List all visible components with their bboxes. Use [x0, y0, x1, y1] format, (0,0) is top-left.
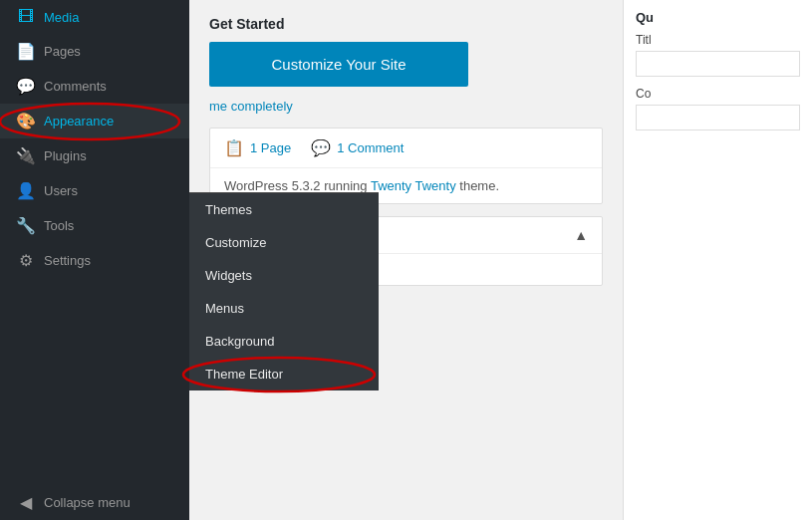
settings-icon: ⚙: [16, 251, 36, 270]
get-started-heading: Get Started: [209, 16, 603, 32]
sidebar-item-comments[interactable]: 💬 Comments: [0, 69, 189, 104]
comments-stat-icon: 💬: [311, 138, 331, 157]
sidebar: 🎞 Media 📄 Pages 💬 Comments 🎨 Appearance …: [0, 0, 189, 520]
comments-stat-text: 1 Comment: [337, 140, 404, 155]
sidebar-item-label: Tools: [44, 218, 74, 233]
comments-stat: 💬 1 Comment: [311, 138, 404, 157]
right-panel: Qu Titl Co: [623, 0, 812, 520]
tools-icon: 🔧: [16, 216, 36, 235]
sidebar-item-label: Comments: [44, 79, 107, 94]
sidebar-item-label: Users: [44, 183, 78, 198]
submenu-item-customize[interactable]: Customize: [189, 226, 379, 259]
right-field1-input[interactable]: [636, 51, 800, 77]
submenu-item-theme-editor[interactable]: Theme Editor: [189, 358, 379, 390]
theme-link-row: me completely: [209, 99, 603, 114]
theme-completely-link[interactable]: me completely: [209, 99, 293, 114]
right-field2-label: Co: [636, 87, 800, 101]
sidebar-item-users[interactable]: 👤 Users: [0, 173, 189, 208]
appearance-icon: 🎨: [16, 112, 36, 130]
sidebar-item-pages[interactable]: 📄 Pages: [0, 34, 189, 69]
sidebar-item-label: Appearance: [44, 114, 114, 129]
stats-row: 📋 1 Page 💬 1 Comment: [210, 129, 602, 167]
sidebar-item-label: Collapse menu: [44, 495, 131, 510]
submenu-item-widgets[interactable]: Widgets: [189, 259, 379, 292]
submenu-item-menus[interactable]: Menus: [189, 292, 379, 325]
sidebar-item-tools[interactable]: 🔧 Tools: [0, 208, 189, 243]
submenu-item-background[interactable]: Background: [189, 325, 379, 358]
sidebar-item-appearance[interactable]: 🎨 Appearance: [0, 104, 189, 138]
appearance-submenu: Themes Customize Widgets Menus Backgroun…: [189, 192, 379, 390]
submenu-item-themes[interactable]: Themes: [189, 193, 379, 226]
pages-icon: 📄: [16, 42, 36, 61]
sidebar-item-label: Media: [44, 10, 79, 25]
activity-collapse-button[interactable]: ▲: [574, 227, 588, 243]
customize-your-site-button[interactable]: Customize Your Site: [209, 42, 468, 87]
sidebar-item-label: Settings: [44, 253, 91, 268]
sidebar-item-media[interactable]: 🎞 Media: [0, 0, 189, 34]
sidebar-item-plugins[interactable]: 🔌 Plugins: [0, 138, 189, 173]
right-field1-label: Titl: [636, 33, 800, 47]
users-icon: 👤: [16, 181, 36, 200]
right-panel-title: Qu: [636, 10, 800, 25]
twenty-twenty-link[interactable]: Twenty Twenty: [371, 178, 456, 193]
media-icon: 🎞: [16, 8, 36, 26]
sidebar-item-collapse[interactable]: ◀ Collapse menu: [0, 485, 189, 520]
comments-icon: 💬: [16, 77, 36, 96]
pages-stat: 📋 1 Page: [224, 138, 291, 157]
collapse-icon: ◀: [16, 493, 36, 512]
sidebar-item-settings[interactable]: ⚙ Settings: [0, 243, 189, 278]
sidebar-item-label: Plugins: [44, 148, 87, 163]
pages-stat-text: 1 Page: [250, 140, 291, 155]
plugins-icon: 🔌: [16, 146, 36, 165]
sidebar-item-label: Pages: [44, 44, 81, 59]
right-field2-input[interactable]: [636, 105, 800, 130]
pages-stat-icon: 📋: [224, 138, 244, 157]
